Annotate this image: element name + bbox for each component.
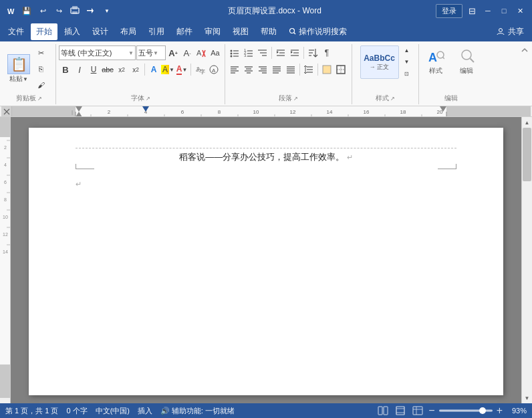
underline-button[interactable]: U xyxy=(87,63,100,76)
save-button[interactable]: 💾 xyxy=(20,4,33,17)
maximize-button[interactable]: □ xyxy=(497,4,511,17)
scroll-up-button[interactable]: ▲ xyxy=(522,117,533,128)
font-expand[interactable]: ↗ xyxy=(146,96,150,102)
redo-button[interactable]: ↪ xyxy=(52,4,65,17)
undo-button[interactable]: ↩ xyxy=(36,4,49,17)
styles-up[interactable]: ▲ xyxy=(400,45,414,56)
subscript-button[interactable]: x2 xyxy=(115,63,128,76)
clipboard-expand[interactable]: ↗ xyxy=(37,96,42,102)
close-button[interactable]: ✕ xyxy=(513,4,527,17)
language-indicator[interactable]: 中文(中国) xyxy=(96,406,130,416)
styles-nav: ▲ ▼ ⊡ xyxy=(400,45,411,79)
customqat-button[interactable] xyxy=(84,4,98,17)
insert-mode[interactable]: 插入 xyxy=(138,406,152,416)
zoom-out-button[interactable]: − xyxy=(428,405,434,417)
shading-button[interactable] xyxy=(320,63,334,76)
multilevel-list-button[interactable] xyxy=(256,46,269,60)
svg-text:14: 14 xyxy=(327,109,333,115)
normal-style[interactable]: AaBbCc → 正文 xyxy=(360,45,399,79)
svg-rect-107 xyxy=(0,364,11,398)
bullet-list-button[interactable] xyxy=(228,46,241,60)
menu-design[interactable]: 设计 xyxy=(87,23,114,40)
share-button[interactable]: 共享 xyxy=(491,26,529,37)
format-painter-button[interactable]: 🖌 xyxy=(33,78,48,92)
web-view-button[interactable] xyxy=(411,405,424,416)
paragraph-expand[interactable]: ↗ xyxy=(293,96,298,102)
ribbon-collapse[interactable] xyxy=(520,45,529,57)
print-view-button[interactable] xyxy=(376,405,390,416)
header-text-content: 稻客说——分享办公技巧，提高工作效率。 ↵ xyxy=(76,151,456,163)
bold-button[interactable]: B xyxy=(59,63,72,76)
sort-button[interactable] xyxy=(306,46,319,60)
print-preview-button[interactable] xyxy=(68,4,82,17)
header-area[interactable]: 稻客说——分享办公技巧，提高工作效率。 ↵ xyxy=(76,148,456,169)
decrease-indent-button[interactable] xyxy=(274,46,287,60)
menu-view[interactable]: 视图 xyxy=(227,23,254,40)
menu-help[interactable]: 帮助 xyxy=(255,23,282,40)
align-left-button[interactable] xyxy=(228,63,241,76)
phonetic-guide-button[interactable]: あ字 xyxy=(193,63,207,76)
menu-bar: 文件 开始 插入 设计 布局 引用 邮件 审阅 视图 帮助 操作说明搜索 共享 xyxy=(0,21,532,41)
zoom-slider[interactable] xyxy=(439,409,493,412)
change-case-button[interactable]: Aa xyxy=(209,46,222,60)
borders-button[interactable] xyxy=(334,63,348,76)
svg-text:10: 10 xyxy=(253,109,259,115)
clear-format-button[interactable]: A xyxy=(194,46,208,60)
clipboard-label: 剪贴板 ↗ xyxy=(5,94,53,103)
svg-text:8: 8 xyxy=(218,109,221,115)
ribbon-display-button[interactable]: ⊟ xyxy=(465,4,479,17)
menu-file[interactable]: 文件 xyxy=(3,23,29,40)
login-button[interactable]: 登录 xyxy=(436,4,462,18)
svg-rect-75 xyxy=(12,106,76,116)
menu-references[interactable]: 引用 xyxy=(143,23,170,40)
decrease-font-button[interactable]: A- xyxy=(180,46,194,60)
menu-mailings[interactable]: 邮件 xyxy=(171,23,198,40)
menu-layout[interactable]: 布局 xyxy=(115,23,142,40)
increase-font-button[interactable]: A+ xyxy=(166,46,180,60)
font-size-box[interactable]: 五号 ▼ xyxy=(136,45,166,60)
document-area[interactable]: 稻客说——分享办公技巧，提高工作效率。 ↵ ↵ xyxy=(11,117,521,403)
font-name-box[interactable]: 等线 (中文正文) ▼ xyxy=(59,45,136,60)
menu-insert[interactable]: 插入 xyxy=(59,23,86,40)
numbered-list-button[interactable]: 1.2.3. xyxy=(242,46,255,60)
paragraph-label-text: 段落 xyxy=(279,94,292,103)
font-color-button[interactable]: A▼ xyxy=(175,63,188,76)
content-area: 2 4 6 8 10 12 14 xyxy=(0,117,532,403)
highlight-button[interactable]: A▼ xyxy=(161,63,174,76)
copy-button[interactable]: ⎘ xyxy=(33,62,48,76)
edit-group: A 样式 编辑 编辑 xyxy=(419,44,483,104)
customize-arrow[interactable]: ▼ xyxy=(100,4,114,17)
styles-down[interactable]: ▼ xyxy=(400,57,414,67)
body-area[interactable]: ↵ xyxy=(76,179,456,189)
distributed-button[interactable] xyxy=(284,63,297,76)
align-right-button[interactable] xyxy=(256,63,269,76)
styles-expand[interactable]: ↗ xyxy=(390,96,395,102)
menu-review[interactable]: 审阅 xyxy=(199,23,226,40)
zoom-level[interactable]: 93% xyxy=(507,407,527,415)
line-spacing-button[interactable] xyxy=(302,63,315,76)
show-marks-button[interactable]: ¶ xyxy=(320,46,334,60)
minimize-button[interactable]: ─ xyxy=(481,4,495,17)
vertical-scrollbar[interactable]: ▲ ▼ xyxy=(521,117,532,403)
cut-button[interactable]: ✂ xyxy=(33,45,48,60)
ruler-corner[interactable] xyxy=(1,106,12,116)
justify-button[interactable] xyxy=(270,63,283,76)
svg-line-71 xyxy=(471,59,475,63)
editing-button[interactable]: 编辑 xyxy=(452,45,481,78)
scroll-thumb[interactable] xyxy=(523,128,531,181)
enclosed-chars-button[interactable]: A xyxy=(207,63,221,76)
align-center-button[interactable] xyxy=(242,63,255,76)
find-replace-button[interactable]: A 样式 xyxy=(422,45,450,78)
page-view-button[interactable] xyxy=(394,405,407,416)
menu-home[interactable]: 开始 xyxy=(31,23,57,40)
italic-button[interactable]: I xyxy=(73,63,86,76)
scroll-down-button[interactable]: ▼ xyxy=(522,393,533,403)
strikethrough-button[interactable]: abc xyxy=(101,63,114,76)
increase-indent-button[interactable] xyxy=(288,46,301,60)
styles-more[interactable]: ⊡ xyxy=(400,69,414,79)
menu-search[interactable]: 操作说明搜索 xyxy=(283,23,352,40)
superscript-button[interactable]: x2 xyxy=(129,63,142,76)
text-effect-button[interactable]: A xyxy=(147,63,160,76)
zoom-in-button[interactable]: + xyxy=(497,405,503,417)
paste-button[interactable]: 📋 粘贴▼ xyxy=(5,52,32,86)
